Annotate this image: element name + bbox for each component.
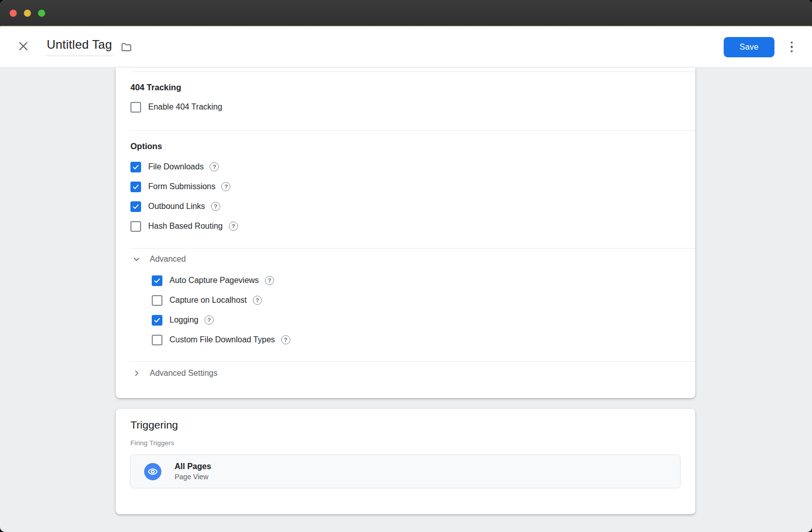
triggering-title: Triggering bbox=[130, 419, 695, 431]
macos-titlebar bbox=[0, 0, 812, 26]
section-heading-404-tracking: 404 Tracking bbox=[130, 83, 695, 92]
section-heading-options: Options bbox=[130, 141, 695, 151]
help-icon[interactable]: ? bbox=[281, 335, 290, 344]
help-icon[interactable]: ? bbox=[210, 162, 219, 171]
page-view-trigger-icon bbox=[144, 463, 161, 480]
triggering-card: Triggering Firing Triggers All Pages Pag… bbox=[116, 409, 695, 514]
advanced-toggle[interactable]: Advanced bbox=[130, 253, 695, 265]
checkbox-logging[interactable] bbox=[152, 315, 162, 326]
close-icon bbox=[17, 40, 29, 54]
chevron-down-icon bbox=[132, 255, 141, 264]
checkbox-label[interactable]: Custom File Download Types bbox=[170, 335, 275, 344]
kebab-menu-icon bbox=[791, 42, 793, 44]
help-icon[interactable]: ? bbox=[211, 202, 220, 211]
checkbox-row-hash-based-routing: Hash Based Routing ? bbox=[130, 220, 695, 232]
zoom-window-button[interactable] bbox=[38, 10, 45, 17]
checkbox-row-auto-capture-pageviews: Auto Capture Pageviews ? bbox=[152, 274, 695, 287]
section-divider bbox=[130, 361, 695, 362]
section-divider bbox=[130, 130, 695, 131]
help-icon[interactable]: ? bbox=[229, 222, 238, 231]
checkbox-label[interactable]: Form Submissions bbox=[148, 182, 215, 191]
save-button[interactable]: Save bbox=[724, 37, 774, 57]
checkbox-label[interactable]: Capture on Localhost bbox=[170, 296, 247, 305]
checkbox-row-capture-on-localhost: Capture on Localhost ? bbox=[152, 294, 695, 306]
close-editor-button[interactable] bbox=[17, 41, 29, 53]
checkbox-file-downloads[interactable] bbox=[130, 162, 141, 172]
chevron-right-icon bbox=[132, 369, 141, 378]
checkbox-outbound-links[interactable] bbox=[130, 201, 141, 212]
help-icon[interactable]: ? bbox=[265, 276, 274, 285]
editor-header: Untitled Tag Save bbox=[0, 27, 812, 67]
checkbox-label[interactable]: Hash Based Routing bbox=[148, 222, 223, 231]
checkbox-label[interactable]: Logging bbox=[170, 315, 198, 325]
help-icon[interactable]: ? bbox=[205, 315, 214, 325]
help-icon[interactable]: ? bbox=[221, 182, 230, 191]
traffic-lights bbox=[10, 10, 45, 17]
section-divider bbox=[130, 248, 695, 249]
checkbox-enable-404-tracking[interactable] bbox=[130, 102, 141, 113]
more-options-button[interactable] bbox=[786, 40, 798, 55]
checkbox-row-file-downloads: File Downloads ? bbox=[130, 161, 695, 173]
checkbox-label[interactable]: Auto Capture Pageviews bbox=[170, 276, 259, 285]
checkbox-custom-file-download-types[interactable] bbox=[152, 335, 162, 345]
advanced-settings-label: Advanced Settings bbox=[150, 369, 217, 378]
checkbox-row-logging: Logging ? bbox=[152, 314, 695, 326]
trigger-type: Page View bbox=[175, 473, 211, 481]
help-icon[interactable]: ? bbox=[253, 296, 262, 305]
checkbox-form-submissions[interactable] bbox=[130, 182, 141, 192]
trigger-name: All Pages bbox=[175, 462, 211, 471]
app-window: Untitled Tag Save 404 Tracking Enable 40… bbox=[0, 0, 812, 532]
checkbox-label[interactable]: Enable 404 Tracking bbox=[148, 102, 222, 112]
tag-name-field[interactable]: Untitled Tag bbox=[46, 38, 113, 56]
close-window-button[interactable] bbox=[10, 10, 17, 17]
checkbox-row-enable-404: Enable 404 Tracking bbox=[130, 101, 695, 113]
advanced-label: Advanced bbox=[150, 255, 186, 264]
checkbox-label[interactable]: Outbound Links bbox=[148, 202, 205, 211]
section-divider bbox=[130, 72, 695, 72]
checkbox-row-form-submissions: Form Submissions ? bbox=[130, 181, 695, 193]
trigger-text: All Pages Page View bbox=[175, 462, 211, 481]
advanced-settings-toggle[interactable]: Advanced Settings bbox=[130, 367, 695, 379]
tag-configuration-card: 404 Tracking Enable 404 Tracking Options… bbox=[116, 67, 695, 398]
minimize-window-button[interactable] bbox=[24, 10, 31, 17]
checkbox-hash-based-routing[interactable] bbox=[130, 221, 141, 232]
checkbox-label[interactable]: File Downloads bbox=[148, 162, 204, 171]
folder-icon[interactable] bbox=[120, 41, 132, 53]
checkbox-capture-on-localhost[interactable] bbox=[152, 295, 162, 306]
trigger-row-all-pages[interactable]: All Pages Page View bbox=[130, 454, 681, 488]
checkbox-auto-capture-pageviews[interactable] bbox=[152, 275, 162, 286]
firing-triggers-label: Firing Triggers bbox=[130, 439, 695, 447]
checkbox-row-outbound-links: Outbound Links ? bbox=[130, 200, 695, 212]
checkbox-row-custom-file-download-types: Custom File Download Types ? bbox=[152, 334, 695, 346]
main-content: 404 Tracking Enable 404 Tracking Options… bbox=[0, 67, 812, 532]
